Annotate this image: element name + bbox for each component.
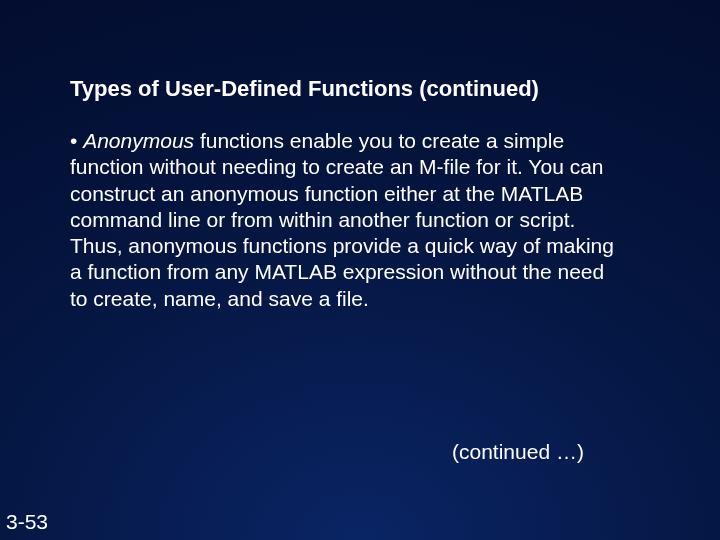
- body-rest: functions enable you to create a simple …: [70, 129, 614, 310]
- slide: Types of User-Defined Functions (continu…: [0, 0, 720, 540]
- bullet-item: • Anonymous functions enable you to crea…: [70, 128, 625, 312]
- term-anonymous: Anonymous: [83, 129, 194, 152]
- slide-title: Types of User-Defined Functions (continu…: [70, 76, 539, 102]
- slide-body: • Anonymous functions enable you to crea…: [70, 128, 625, 312]
- page-number: 3-53: [6, 510, 48, 534]
- bullet-marker: •: [70, 129, 83, 152]
- continued-label: (continued …): [452, 440, 584, 464]
